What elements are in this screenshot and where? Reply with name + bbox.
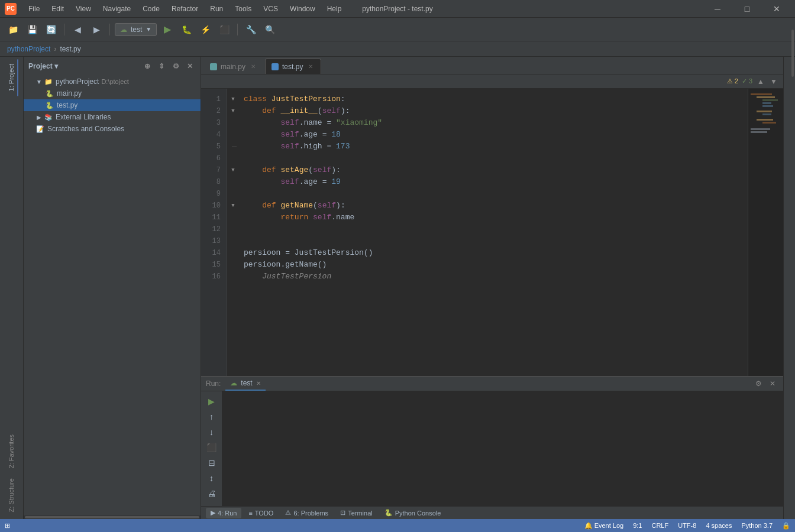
sidebar-header: Project ▾ ⊕ ⇕ ⚙ ✕	[24, 57, 201, 76]
bottom-tab-terminal[interactable]: ⊡ Terminal	[335, 508, 377, 518]
python-tab-icon-main	[210, 63, 217, 70]
gutter-line-5	[232, 147, 237, 147]
menu-help[interactable]: Help	[322, 4, 347, 14]
breadcrumb-project[interactable]: pythonProject	[7, 45, 50, 53]
fold-arrow-10[interactable]: ▼	[231, 203, 234, 209]
sidebar-scrollbar[interactable]	[25, 516, 199, 518]
fold-arrow-2[interactable]: ▼	[231, 108, 234, 114]
line-num-2: 2	[201, 105, 227, 117]
bottom-tab-python-console[interactable]: 🐍 Python Console	[380, 508, 446, 518]
run-panel-header-left: Run: ☁ test ✕	[206, 377, 266, 391]
menu-code[interactable]: Code	[138, 4, 164, 14]
tree-item-external-libraries[interactable]: ▶ 📚 External Libraries	[24, 111, 201, 123]
bottom-tab-todo[interactable]: ≡ TODO	[244, 508, 278, 518]
cursor-position: 9:1	[633, 522, 642, 529]
menu-view[interactable]: View	[71, 4, 96, 14]
run-panel: Run: ☁ test ✕ ⚙ ✕ ▶ ↑ ↓ ⬛	[201, 376, 783, 506]
run-output	[222, 391, 783, 519]
gutter-16	[227, 271, 239, 283]
menu-vcs[interactable]: VCS	[258, 4, 283, 14]
tab-testpy[interactable]: test.py ✕	[265, 59, 321, 74]
scratch-icon: 📝	[35, 124, 45, 134]
sort-button[interactable]: ↕	[205, 472, 218, 485]
code-line-8: self.age = 19	[244, 176, 748, 188]
tab-close-mainpy[interactable]: ✕	[249, 63, 257, 71]
print-button[interactable]: 🖨	[205, 487, 218, 500]
editor-top-bar-right: ⚠ 2 ✓ 3 ▲ ▼	[727, 77, 778, 86]
gutter-1: ▼	[227, 93, 239, 105]
bottom-tab-run[interactable]: ▶ 4: Run	[206, 508, 241, 518]
stop-button[interactable]: ⬛	[216, 21, 232, 38]
close-button[interactable]: ✕	[763, 0, 790, 18]
run-label: Run:	[206, 379, 221, 388]
refresh-button[interactable]: 🔄	[43, 21, 59, 38]
tab-mainpy[interactable]: main.py ✕	[203, 59, 264, 74]
scroll-down-button[interactable]: ↓	[205, 426, 218, 439]
bottom-tab-problems[interactable]: ⚠ 6: Problems	[280, 508, 333, 518]
rerun-button[interactable]: ▶	[205, 395, 218, 408]
run-close-button[interactable]: ✕	[767, 378, 778, 390]
event-log-link[interactable]: 🔔 Event Log	[584, 522, 624, 530]
nav-up-button[interactable]: ▲	[756, 77, 765, 86]
search-everywhere-button[interactable]: 🔍	[261, 21, 278, 38]
encoding[interactable]: UTF-8	[678, 522, 696, 529]
favorites-panel-tab[interactable]: 2: Favorites	[5, 430, 18, 473]
tree-label-pythonproject: pythonProject	[56, 77, 99, 86]
save-button[interactable]: 💾	[24, 21, 40, 38]
fold-arrow-1[interactable]: ▼	[231, 96, 234, 102]
status-expand-button[interactable]: ⊞	[5, 522, 10, 530]
tree-item-scratches[interactable]: 📝 Scratches and Consoles	[24, 123, 201, 135]
debug-button[interactable]: 🐛	[178, 21, 195, 38]
code-line-1: class JustTestPersion:	[244, 93, 748, 105]
line-num-5: 5	[201, 141, 227, 153]
python-file-icon-main: 🐍	[45, 89, 54, 98]
stop-process-button[interactable]: ⬛	[205, 441, 218, 454]
settings-button[interactable]: 🔧	[243, 21, 259, 38]
run-button[interactable]: ▶	[159, 21, 176, 38]
minimize-button[interactable]: ─	[704, 0, 731, 18]
back-button[interactable]: ◀	[69, 21, 86, 38]
run-tab[interactable]: ☁ test ✕	[225, 377, 265, 391]
tab-close-testpy[interactable]: ✕	[306, 63, 315, 71]
menu-refactor[interactable]: Refactor	[167, 4, 203, 14]
line-ending[interactable]: CRLF	[651, 522, 668, 529]
forward-button[interactable]: ▶	[88, 21, 105, 38]
code-editor[interactable]: 1 2 3 4 5 6 7 8 9 10 11 12 13 14 15 16	[201, 89, 783, 376]
run-tab-close[interactable]: ✕	[256, 380, 261, 387]
menu-edit[interactable]: Edit	[47, 4, 69, 14]
maximize-button[interactable]: □	[733, 0, 761, 18]
menu-navigate[interactable]: Navigate	[98, 4, 135, 14]
tree-item-testpy[interactable]: 🐍 test.py	[24, 99, 201, 111]
code-content[interactable]: class JustTestPersion: def __init__(self…	[239, 89, 748, 376]
fold-arrow-7[interactable]: ▼	[231, 167, 234, 173]
gutter-2: ▼	[227, 105, 239, 117]
terminal-icon: ⊡	[340, 509, 345, 517]
close-sidebar-button[interactable]: ✕	[184, 60, 196, 72]
python-console-label: Python Console	[395, 510, 441, 517]
filter-button[interactable]: ⊟	[205, 456, 218, 469]
coverage-button[interactable]: ⚡	[197, 21, 214, 38]
breadcrumb-file[interactable]: test.py	[60, 45, 80, 53]
tree-item-mainpy[interactable]: 🐍 main.py	[24, 87, 201, 99]
open-folder-button[interactable]: 📁	[5, 21, 21, 38]
gear-button[interactable]: ⚙	[170, 60, 182, 72]
add-scope-button[interactable]: ⊕	[141, 60, 153, 72]
run-panel-header: Run: ☁ test ✕ ⚙ ✕	[201, 377, 783, 391]
nav-down-button[interactable]: ▼	[769, 77, 778, 86]
menu-run[interactable]: Run	[205, 4, 228, 14]
menu-file[interactable]: File	[24, 4, 44, 14]
toolbar-sep-1	[64, 24, 64, 35]
run-config-selector[interactable]: ☁ test ▼	[115, 23, 157, 36]
menu-window[interactable]: Window	[285, 4, 320, 14]
run-settings-button[interactable]: ⚙	[752, 378, 764, 390]
code-line-14: persioon = JustTestPersion()	[244, 247, 748, 259]
project-panel-tab[interactable]: 1: Project	[5, 59, 18, 96]
run-panel-header-right: ⚙ ✕	[752, 378, 778, 390]
tree-item-pythonproject[interactable]: ▼ 📁 pythonProject D:\ptoject	[24, 76, 201, 87]
structure-panel-tab[interactable]: Z: Structure	[5, 473, 18, 517]
scroll-up-button[interactable]: ↑	[205, 410, 218, 423]
python-version[interactable]: Python 3.7	[741, 522, 773, 529]
indent[interactable]: 4 spaces	[706, 522, 732, 529]
expand-all-button[interactable]: ⇕	[156, 60, 167, 72]
menu-tools[interactable]: Tools	[230, 4, 256, 14]
